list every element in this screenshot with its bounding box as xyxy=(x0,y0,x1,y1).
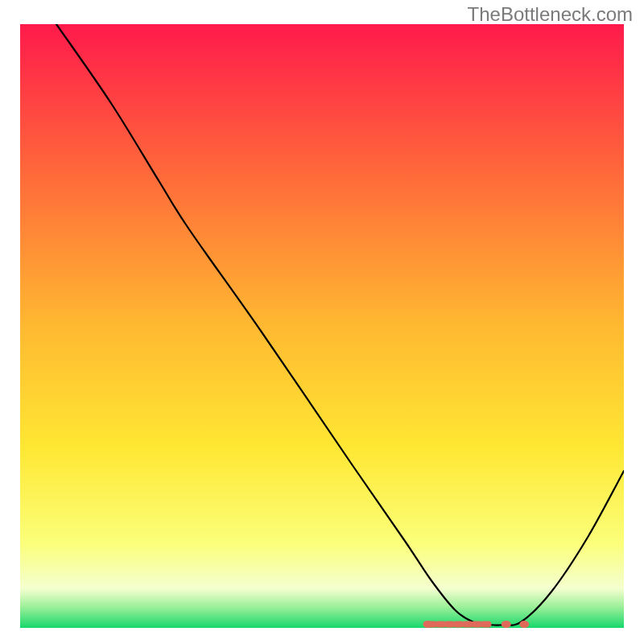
watermark-text: TheBottleneck.com xyxy=(468,3,633,26)
valley-marker-dot xyxy=(481,621,492,628)
valley-marker-dot xyxy=(502,621,511,628)
chart-container: { "watermark": "TheBottleneck.com", "cha… xyxy=(0,0,644,644)
gradient-background xyxy=(20,24,624,628)
bottleneck-chart xyxy=(0,0,644,644)
valley-marker-dot xyxy=(519,621,529,628)
